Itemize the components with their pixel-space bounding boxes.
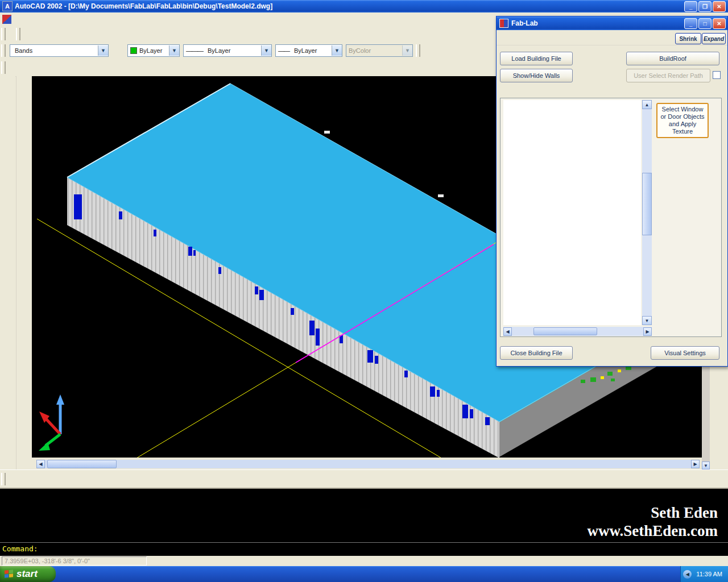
- toolbar-grip[interactable]: [416, 44, 420, 57]
- app-titlebar: A AutoCAD 2002 - [D:\My Documents\FabLab…: [0, 0, 728, 13]
- lineweight-glyph: ——: [278, 47, 289, 54]
- scroll-left-icon[interactable]: ◀: [36, 460, 45, 468]
- dropdown-arrow-icon[interactable]: ▼: [169, 45, 179, 56]
- make-object-layer-current-icon[interactable]: [111, 43, 125, 57]
- fablab-titlebar[interactable]: Fab-Lab _ □ ✕: [497, 16, 727, 30]
- scroll-right-icon[interactable]: ▶: [643, 327, 652, 336]
- linetype-glyph: ———: [186, 47, 203, 54]
- color-swatch: [130, 47, 137, 54]
- render-path-checkbox[interactable]: [713, 71, 721, 79]
- door-list-horizontal-scrollbar[interactable]: ◀ ▶: [503, 327, 652, 336]
- fablab-maximize-button[interactable]: □: [698, 18, 712, 29]
- scroll-left-icon[interactable]: ◀: [503, 327, 512, 336]
- toolbar-grip[interactable]: [1, 44, 6, 57]
- start-label: start: [16, 568, 38, 580]
- layer-dropdown[interactable]: Bands ▼: [10, 44, 109, 57]
- windows-flag-icon: [5, 569, 14, 579]
- minimize-button[interactable]: _: [684, 1, 697, 12]
- scroll-up-icon[interactable]: ▲: [642, 100, 652, 109]
- coordinates-readout: 7.3959E+03, -318'-6 3/8", 0'-0": [2, 556, 147, 566]
- dropdown-arrow-icon[interactable]: ▼: [98, 45, 108, 56]
- windows-n-doors-panel: ▲ ▼ ◀ ▶ Select Window or Door Objects an…: [500, 98, 722, 337]
- expand-button[interactable]: Expand: [702, 33, 726, 44]
- canvas-horizontal-scrollbar[interactable]: ◀ ▶: [36, 460, 700, 468]
- taskbar: start ◀ 11:39 AM: [0, 566, 728, 582]
- plotstyle-dropdown-value: ByColor: [349, 47, 371, 54]
- lineweight-dropdown[interactable]: —— ByLayer ▼: [275, 44, 342, 57]
- fablab-title: Fab-Lab: [511, 19, 538, 27]
- toolbar-grip[interactable]: [1, 473, 6, 485]
- app-title: AutoCAD 2002 - [D:\My Documents\FabLab\F…: [15, 2, 272, 10]
- layer-dropdown-value: Bands: [15, 47, 32, 54]
- user-select-render-path-button: User Select Render Path: [626, 69, 710, 82]
- door-list[interactable]: [503, 100, 641, 325]
- autocad-app-icon: A: [2, 1, 13, 11]
- scrollbar-thumb[interactable]: [47, 460, 117, 468]
- fablab-dialog: Fab-Lab _ □ ✕ Shrink Expand Load Buildin…: [496, 16, 728, 367]
- scrollbar-thumb[interactable]: [642, 173, 652, 235]
- scroll-down-icon[interactable]: ▼: [642, 316, 652, 325]
- dropdown-arrow-icon[interactable]: ▼: [261, 45, 271, 56]
- command-prompt[interactable]: Command:: [0, 542, 728, 555]
- shrink-button[interactable]: Shrink: [675, 33, 701, 44]
- dropdown-arrow-icon: ▼: [402, 45, 412, 56]
- tray-chevron-icon[interactable]: ◀: [683, 570, 692, 579]
- start-button[interactable]: start: [0, 566, 56, 582]
- status-bar: 7.3959E+03, -318'-6 3/8", 0'-0": [0, 556, 728, 566]
- command-window[interactable]: Command: Seth Eden www.SethEden.com: [0, 488, 728, 556]
- system-tray: ◀ 11:39 AM: [680, 566, 728, 582]
- toolbar-grip[interactable]: [1, 28, 6, 40]
- close-button[interactable]: ✕: [713, 1, 726, 12]
- document-icon: [2, 15, 11, 24]
- scroll-down-icon[interactable]: ▼: [702, 462, 710, 469]
- select-window-door-apply-texture-button[interactable]: Select Window or Door Objects and Apply …: [656, 103, 709, 138]
- fablab-close-button[interactable]: ✕: [713, 18, 726, 29]
- linetype-dropdown[interactable]: ——— ByLayer ▼: [183, 44, 272, 57]
- ucs-axis-icon: [39, 394, 64, 451]
- show-hide-walls-button[interactable]: Show/Hide Walls: [500, 69, 573, 82]
- layout-tabs-row: ◀ ▶: [32, 458, 702, 469]
- scrollbar-thumb[interactable]: [533, 327, 597, 335]
- close-building-file-button[interactable]: Close Building File: [500, 346, 573, 360]
- color-dropdown[interactable]: ByLayer ▼: [127, 44, 180, 57]
- dimension-toolbar-vertical: [0, 76, 15, 469]
- lineweight-dropdown-value: ByLayer: [294, 47, 317, 54]
- linetype-dropdown-value: ByLayer: [208, 47, 230, 54]
- object-snap-toolbar-vertical: [16, 76, 32, 469]
- toolbar-grip[interactable]: [16, 28, 20, 40]
- watermark: Seth Eden www.SethEden.com: [587, 504, 718, 540]
- watermark-url: www.SethEden.com: [587, 522, 718, 540]
- fablab-app-icon: [499, 19, 508, 28]
- command-history: [0, 489, 728, 491]
- restore-button[interactable]: ❐: [698, 1, 712, 12]
- scroll-right-icon[interactable]: ▶: [691, 460, 700, 468]
- visual-settings-button[interactable]: Visual Settings: [651, 346, 719, 360]
- load-building-file-button[interactable]: Load Building File: [500, 52, 573, 65]
- plotstyle-dropdown: ByColor ▼: [346, 44, 413, 57]
- clock: 11:39 AM: [696, 571, 722, 577]
- toolbar-grip[interactable]: [1, 61, 6, 74]
- solids-render-shade-toolbar: [0, 469, 728, 489]
- buildroof-button[interactable]: BuildRoof: [626, 52, 719, 65]
- dropdown-arrow-icon[interactable]: ▼: [332, 45, 342, 56]
- watermark-name: Seth Eden: [587, 504, 718, 522]
- color-dropdown-value: ByLayer: [139, 47, 162, 54]
- door-list-vertical-scrollbar[interactable]: ▲ ▼: [642, 100, 652, 325]
- fablab-minimize-button[interactable]: _: [684, 18, 697, 29]
